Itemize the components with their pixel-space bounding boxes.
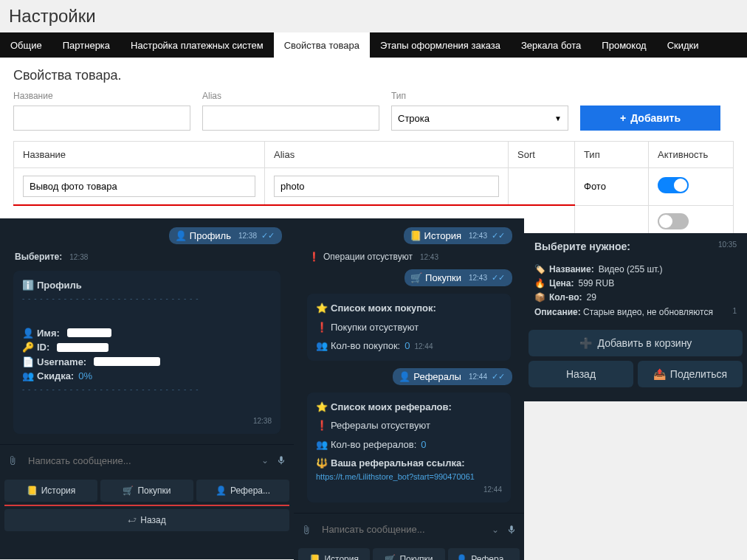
tag-icon: 🏷️ (534, 263, 545, 277)
card-line: Ваша реферальная ссылка: (331, 456, 465, 471)
history-button[interactable]: 📒История (4, 480, 97, 502)
card-line: Кол-во рефералов: (331, 438, 416, 452)
share-button[interactable]: 📤Поделиться (638, 361, 743, 387)
share-label: Поделиться (670, 368, 727, 380)
chevron-down-icon[interactable]: ⌄ (261, 455, 269, 466)
chevron-down-icon[interactable]: ⌄ (492, 525, 499, 535)
tab-discounts[interactable]: Скидки (657, 32, 709, 58)
alias-input[interactable] (202, 106, 379, 131)
desc-value: Старые видео, не обновляются (583, 307, 713, 317)
tab-promo[interactable]: Промокод (591, 32, 656, 58)
out-message-label: Профиль (190, 230, 231, 241)
row-alias-input[interactable] (274, 176, 499, 197)
cart-icon: 🛒 (385, 554, 396, 560)
divider: - - - - - - - - - - - - - - - - - - - - … (22, 384, 272, 395)
desc-label: Описание: (534, 307, 581, 317)
message-input-bar: ⌄ (0, 444, 294, 477)
name-label: Имя: (37, 326, 60, 341)
purchases-label: Покупки (137, 485, 171, 496)
back-button[interactable]: Назад (529, 361, 633, 387)
discount-value: 0% (78, 369, 92, 384)
caret-down-icon: ▼ (554, 114, 562, 122)
th-sort: Sort (509, 142, 575, 168)
attachment-icon[interactable] (301, 525, 311, 535)
type-label: Тип (391, 91, 568, 101)
fire-icon: 🔥 (534, 277, 545, 291)
sys-time: 12:43 (420, 253, 438, 261)
referrals-button[interactable]: 👤Рефера... (196, 480, 289, 502)
row-active-toggle[interactable] (658, 177, 689, 193)
tab-mirrors[interactable]: Зеркала бота (511, 32, 591, 58)
th-name: Название (14, 142, 265, 168)
purchases-button[interactable]: 🛒Покупки (373, 548, 444, 560)
choose-label: Выберите: (15, 252, 62, 262)
panel3-time: 10:35 (718, 241, 737, 252)
history-label: История (324, 554, 359, 560)
name-value: Видео (255 шт.) (599, 263, 663, 277)
message-input[interactable] (319, 518, 484, 541)
th-alias: Alias (265, 142, 509, 168)
trident-icon: 🔱 (316, 456, 326, 471)
referrals-button[interactable]: 👤Рефера... (448, 548, 520, 560)
price-value: 599 RUB (579, 277, 615, 291)
card-title: Список моих рефералов: (331, 400, 452, 415)
referrals-label: Рефера... (230, 485, 270, 496)
group-icon: 👥 (22, 369, 32, 384)
product-details: 🏷️Название: Видео (255 шт.) 🔥Цена: 599 R… (524, 260, 747, 327)
add-button-label: Добавить (630, 112, 681, 124)
telegram-panel-right: Выберите нужное: 10:35 🏷️Название: Видео… (524, 233, 747, 401)
row-name-input[interactable] (23, 176, 255, 197)
th-type: Тип (575, 142, 649, 168)
tab-product-props[interactable]: Свойства товара (274, 32, 370, 58)
card-line: Рефералы отсуствуют (331, 418, 430, 433)
qty-value: 29 (587, 291, 596, 305)
purchases-card: ⭐Список моих покупок: ❗Покупки отсуствую… (307, 294, 511, 361)
history-icon: 📒 (410, 230, 420, 241)
star-icon: ⭐ (316, 301, 326, 316)
card-time: 12:44 (414, 341, 433, 352)
row-active-toggle-off[interactable] (658, 213, 689, 229)
alias-label: Alias (202, 91, 379, 101)
cart-icon: 🛒 (410, 272, 421, 283)
purchases-button[interactable]: 🛒Покупки (100, 480, 193, 502)
name-label: Название (13, 91, 190, 101)
history-button[interactable]: 📒История (298, 548, 370, 560)
tab-partner[interactable]: Партнерка (52, 32, 120, 58)
add-to-cart-button[interactable]: ➕Добавить в корзину (529, 330, 743, 356)
page-title: Настройки (0, 0, 747, 32)
add-to-cart-label: Добавить в корзину (598, 337, 692, 349)
add-button[interactable]: + Добавить (580, 106, 720, 131)
out-message-label: Покупки (425, 272, 461, 283)
card-line: Покупки отсуствуют (331, 320, 419, 335)
person-icon: 👤 (22, 326, 32, 341)
message-time: 12:38 (238, 232, 257, 240)
profile-card: ℹ️Профиль - - - - - - - - - - - - - - - … (13, 271, 280, 434)
id-label: ID: (37, 340, 49, 355)
microphone-icon[interactable] (276, 455, 286, 466)
box-icon: 📦 (534, 291, 545, 305)
user-icon: 👤 (216, 485, 227, 496)
referral-link[interactable]: https://t.me/Lilithstore_bot?start=99047… (316, 471, 502, 483)
back-button[interactable]: ⮐Назад (4, 509, 289, 531)
active-underline (4, 505, 289, 506)
redacted-id (57, 343, 109, 352)
read-check-icon: ✓✓ (492, 273, 505, 283)
divider: - - - - - - - - - - - - - - - - - - - - … (22, 293, 272, 304)
microphone-icon[interactable] (506, 525, 517, 535)
tab-general[interactable]: Общие (0, 32, 52, 58)
message-input[interactable] (25, 449, 254, 472)
profile-title: Профиль (37, 278, 82, 293)
type-select[interactable]: Строка ▼ (391, 106, 568, 131)
tab-payment[interactable]: Настройка платежных систем (120, 32, 274, 58)
read-check-icon: ✓✓ (492, 231, 505, 241)
attachment-icon[interactable] (7, 455, 18, 466)
history-icon: 📒 (27, 485, 38, 496)
table-row: Фото (14, 168, 734, 206)
tab-checkout[interactable]: Этапы оформления заказа (370, 32, 511, 58)
out-message-purchases: 🛒 Покупки 12:43 ✓✓ (405, 269, 512, 286)
cart-icon: 🛒 (123, 485, 134, 496)
history-label: История (41, 485, 76, 496)
name-input[interactable] (13, 106, 190, 131)
telegram-panel-middle: 📒 История 12:43 ✓✓ ❗ Операции отсуствуют… (294, 218, 524, 559)
file-icon: 📄 (22, 355, 32, 370)
